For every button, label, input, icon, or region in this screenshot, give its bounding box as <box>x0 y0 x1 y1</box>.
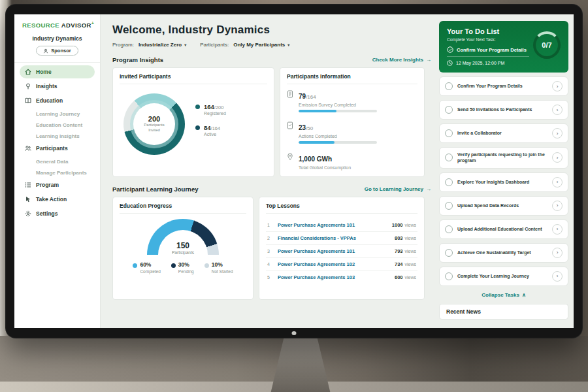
link-label: Go to Learning Journey <box>365 186 423 192</box>
arrow-right-icon: → <box>426 57 431 63</box>
lesson-views-unit: views <box>404 223 416 227</box>
legend-label: Pending <box>178 269 194 274</box>
program-filter-label: Program: <box>112 42 134 48</box>
lesson-rank: 1 <box>267 223 272 227</box>
legend-value: 164 <box>204 103 214 110</box>
sidebar-item-label: Education <box>36 97 63 104</box>
task-checkbox[interactable] <box>445 82 453 90</box>
sponsor-badge[interactable]: Sponsor <box>36 46 78 56</box>
section-title: Program Insights <box>112 56 163 63</box>
chevron-right-icon[interactable]: › <box>552 177 563 188</box>
collapse-tasks-link[interactable]: Collapse Tasks ∧ <box>439 292 568 298</box>
sidebar-item-take-action[interactable]: Take Action <box>20 193 95 206</box>
task-item[interactable]: Upload Additional Educational Content › <box>439 220 568 239</box>
sidebar-item-education-content[interactable]: Education Content <box>20 120 95 131</box>
lesson-rank: 5 <box>267 275 272 280</box>
chevron-down-icon: ▾ <box>287 42 289 47</box>
sidebar-item-manage-participants[interactable]: Manage Participants <box>20 167 95 178</box>
task-label: Verify participants requesting to join t… <box>457 152 547 164</box>
link-label: Check More Insights <box>372 57 423 63</box>
participants-select[interactable]: Only My Participants ▾ <box>233 42 289 48</box>
task-item[interactable]: Achieve One Sustainability Target › <box>439 243 568 263</box>
task-checkbox[interactable] <box>445 178 453 186</box>
stat-global-consumption: 1,000 GWh Total Global Consumption <box>287 152 417 172</box>
monitor-power-led <box>292 331 297 335</box>
sidebar-item-learning-insights[interactable]: Learning Insights <box>20 131 95 142</box>
legend-pending: 30% Pending <box>171 261 194 274</box>
recent-news-header[interactable]: Recent News <box>439 304 568 319</box>
chevron-right-icon[interactable]: › <box>552 105 563 115</box>
participants-filter-label: Participants: <box>200 42 229 48</box>
task-checkbox[interactable] <box>445 106 453 114</box>
lesson-rank: 4 <box>267 262 272 267</box>
donut-legend: 164/200 Registered 84/164 Active <box>195 103 226 145</box>
card-title: Invited Participants <box>120 73 267 84</box>
legend-pct: 60% <box>140 261 151 268</box>
filters-bar: Program: Industrialize Zero ▾ Participan… <box>112 42 431 48</box>
lesson-link[interactable]: Financial Considerations - VPPAs <box>278 235 389 241</box>
task-item[interactable]: Invite a Collaborator › <box>439 123 568 143</box>
sidebar-item-learning-journey[interactable]: Learning Journey <box>20 108 95 120</box>
sidebar-item-general-data[interactable]: General Data <box>20 156 95 167</box>
recent-news-title: Recent News <box>446 308 481 315</box>
task-checkbox[interactable] <box>445 249 453 257</box>
stat-total: /164 <box>306 94 316 100</box>
sidebar-item-participants[interactable]: Participants <box>20 142 95 155</box>
chevron-right-icon[interactable]: › <box>552 248 563 258</box>
task-item[interactable]: Confirm Your Program Details › <box>439 76 568 96</box>
sidebar-item-education[interactable]: Education <box>20 94 95 107</box>
people-icon <box>25 145 31 152</box>
go-to-learning-journey-link[interactable]: Go to Learning Journey → <box>365 186 431 192</box>
legend-label: Not Started <box>212 269 233 274</box>
program-select[interactable]: Industrialize Zero ▾ <box>139 42 186 48</box>
sidebar-item-insights[interactable]: Insights <box>20 80 95 93</box>
legend-total: /164 <box>211 125 221 131</box>
sidebar-item-settings[interactable]: Settings <box>20 207 95 220</box>
chevron-right-icon[interactable]: › <box>552 128 563 139</box>
chevron-down-icon: ▾ <box>184 42 186 47</box>
task-checkbox[interactable] <box>445 129 453 137</box>
progress-bar <box>299 141 377 144</box>
chevron-right-icon[interactable]: › <box>552 224 563 235</box>
energy-pin-icon <box>287 153 293 172</box>
task-checkbox[interactable] <box>445 272 453 280</box>
legend-total: /200 <box>214 105 224 110</box>
gauge-center-label: 150 Participants <box>147 241 219 255</box>
lesson-link[interactable]: Power Purchase Agreements 102 <box>278 261 389 267</box>
task-label: Invite a Collaborator <box>457 130 547 136</box>
task-checkbox[interactable] <box>445 154 453 161</box>
lesson-rank: 3 <box>267 249 272 253</box>
lesson-link[interactable]: Power Purchase Agreements 101 <box>278 248 389 254</box>
chevron-right-icon[interactable]: › <box>552 271 563 282</box>
lesson-link[interactable]: Power Purchase Agreements 103 <box>278 274 389 280</box>
task-checkbox[interactable] <box>445 225 453 233</box>
task-item[interactable]: Explore Your Insights Dashboard › <box>439 172 568 192</box>
invited-participants-donut-chart: 200 Participants Invited <box>123 93 185 155</box>
sidebar: RESOURCE ADVISOR+ Industry Dynamics Spon… <box>14 14 101 328</box>
lesson-views-unit: views <box>404 249 416 253</box>
sidebar-item-home[interactable]: Home <box>20 65 95 78</box>
check-more-insights-link[interactable]: Check More Insights → <box>372 57 431 63</box>
sidebar-item-label: Settings <box>36 210 58 217</box>
chevron-right-icon[interactable]: › <box>552 152 563 163</box>
task-checkbox[interactable] <box>445 202 453 210</box>
home-icon <box>25 69 31 75</box>
education-progress-card: Education Progress 150 Participants 60% … <box>112 197 253 300</box>
chevron-right-icon[interactable]: › <box>552 201 563 211</box>
chevron-right-icon[interactable]: › <box>552 81 563 91</box>
legend-active: 84/164 Active <box>195 124 226 137</box>
legend-dot-pending <box>171 263 176 268</box>
task-item[interactable]: Upload Spend Data Records › <box>439 196 568 216</box>
sidebar-item-program[interactable]: Program <box>20 178 95 191</box>
logo-plus: + <box>91 21 95 25</box>
program-select-value: Industrialize Zero <box>139 42 182 48</box>
stat-actions-completed: 23/50 Actions Completed <box>287 121 417 144</box>
task-item[interactable]: Send 50 Invitations to Participants › <box>439 100 568 120</box>
section-title: Participant Learning Journey <box>112 186 198 193</box>
task-item[interactable]: Complete Your Learning Journey › <box>439 267 568 286</box>
legend-dot-not-started <box>204 263 209 268</box>
task-item[interactable]: Verify participants requesting to join t… <box>439 147 568 169</box>
lesson-views-unit: views <box>404 236 416 240</box>
lesson-link[interactable]: Power Purchase Agreements 101 <box>278 222 387 228</box>
stat-label: Total Global Consumption <box>299 165 351 170</box>
